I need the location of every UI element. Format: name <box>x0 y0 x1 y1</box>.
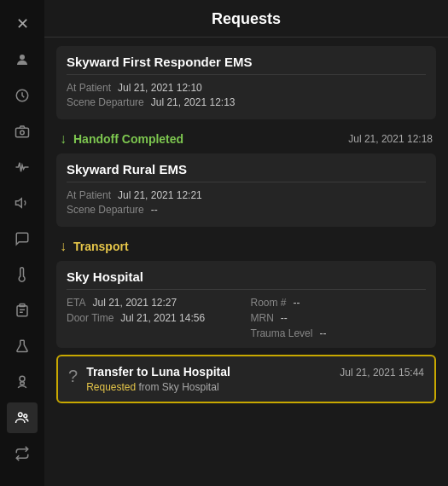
flask-icon[interactable] <box>7 331 38 362</box>
transfer-status-word: Requested <box>86 381 136 393</box>
hospital-trauma: Trauma Level -- <box>251 327 427 339</box>
ems2-at-patient: At Patient Jul 21, 2021 12:21 <box>67 189 202 201</box>
svg-point-12 <box>24 414 27 418</box>
transfer-subtitle: Requested from Sky Hospital <box>86 381 230 393</box>
hospital-title: Sky Hospital <box>67 269 426 290</box>
ems1-scene-departure-label: Scene Departure <box>67 96 144 108</box>
transfer-date: Jul 21, 2021 15:44 <box>340 367 424 379</box>
page-title: Requests <box>44 0 448 38</box>
camera-icon[interactable] <box>7 116 38 147</box>
transport-label-text: Transport <box>73 240 129 253</box>
transport-arrow-icon: ↓ <box>60 239 67 254</box>
ems1-scene-departure-row: Scene Departure Jul 21, 2021 12:13 <box>67 96 426 108</box>
transport-label: ↓ Transport <box>60 239 129 254</box>
sidebar: ✕ <box>0 0 44 486</box>
transfer-info: Transfer to Luna Hospital Requested from… <box>86 365 230 393</box>
clipboard-icon[interactable] <box>7 295 38 326</box>
hospital-mrn: MRN -- <box>251 312 427 324</box>
svg-marker-4 <box>16 199 22 208</box>
ems1-at-patient: At Patient Jul 21, 2021 12:10 <box>67 82 202 94</box>
content-area: Skyward First Responder EMS At Patient J… <box>44 38 448 486</box>
ems2-scene-departure: Scene Departure -- <box>67 204 158 216</box>
hospital-trauma-label: Trauma Level <box>251 327 313 339</box>
hospital-mrn-label: MRN <box>251 312 274 324</box>
hospital-eta-label: ETA <box>67 297 85 309</box>
ems2-scene-departure-row: Scene Departure -- <box>67 204 426 216</box>
handoff-status-row: ↓ Handoff Completed Jul 21, 2021 12:18 <box>56 131 436 147</box>
hospital-mrn-value: -- <box>281 312 288 324</box>
speaker-icon[interactable] <box>7 188 38 218</box>
ems2-title: Skyward Rural EMS <box>67 162 426 182</box>
transport-status-row: ↓ Transport <box>56 239 436 254</box>
hospital-room-value: -- <box>294 297 300 309</box>
handoff-label-text: Handoff Completed <box>73 132 183 146</box>
svg-rect-6 <box>17 306 27 316</box>
ems2-scene-departure-label: Scene Departure <box>67 204 144 216</box>
ems2-card: Skyward Rural EMS At Patient Jul 21, 202… <box>56 153 436 227</box>
vitals-icon[interactable] <box>7 152 38 182</box>
handoff-date: Jul 21, 2021 12:18 <box>348 133 433 145</box>
svg-point-11 <box>19 413 23 417</box>
hospital-eta: ETA Jul 21, 2021 12:27 <box>67 297 242 309</box>
clock-icon[interactable] <box>7 80 38 111</box>
close-icon[interactable]: ✕ <box>7 9 38 39</box>
transfer-title: Transfer to Luna Hospital <box>86 365 230 379</box>
thermometer-icon[interactable] <box>7 259 38 290</box>
hospital-door-time-value: Jul 21, 2021 14:56 <box>120 312 205 324</box>
ems2-scene-departure-value: -- <box>151 204 158 216</box>
person-icon[interactable] <box>7 44 38 75</box>
hospital-room: Room # -- <box>251 297 427 309</box>
svg-point-0 <box>20 55 25 60</box>
chat-icon[interactable] <box>7 223 38 254</box>
ems1-at-patient-value: Jul 21, 2021 12:10 <box>118 82 202 94</box>
transfer-icon[interactable] <box>7 438 38 469</box>
ems2-at-patient-row: At Patient Jul 21, 2021 12:21 <box>67 189 426 201</box>
person-badge-icon[interactable] <box>7 367 38 397</box>
ems1-scene-departure-value: Jul 21, 2021 12:13 <box>151 96 236 108</box>
ems2-at-patient-value: Jul 21, 2021 12:21 <box>118 189 202 201</box>
handoff-arrow-icon: ↓ <box>60 131 67 147</box>
transfer-left: ? Transfer to Luna Hospital Requested fr… <box>68 365 230 393</box>
hospital-info-grid: ETA Jul 21, 2021 12:27 Room # -- Door Ti… <box>67 297 426 339</box>
transfer-source: from Sky Hospital <box>139 381 219 393</box>
group-icon[interactable] <box>7 402 38 433</box>
main-panel: Requests Skyward First Responder EMS At … <box>44 0 448 486</box>
hospital-door-time: Door Time Jul 21, 2021 14:56 <box>67 312 242 324</box>
ems1-scene-departure: Scene Departure Jul 21, 2021 12:13 <box>67 96 235 108</box>
ems2-at-patient-label: At Patient <box>67 189 111 201</box>
svg-point-9 <box>20 376 25 381</box>
svg-rect-2 <box>16 128 29 137</box>
ems1-title: Skyward First Responder EMS <box>67 55 426 75</box>
svg-point-3 <box>20 130 25 135</box>
hospital-eta-value: Jul 21, 2021 12:27 <box>92 297 177 309</box>
hospital-room-label: Room # <box>251 297 287 309</box>
ems1-at-patient-row: At Patient Jul 21, 2021 12:10 <box>67 82 426 94</box>
hospital-door-time-label: Door Time <box>67 312 113 324</box>
ems1-card: Skyward First Responder EMS At Patient J… <box>56 46 436 119</box>
hospital-trauma-value: -- <box>319 327 326 339</box>
transfer-question-icon: ? <box>68 367 78 386</box>
ems1-at-patient-label: At Patient <box>67 82 111 94</box>
hospital-card: Sky Hospital ETA Jul 21, 2021 12:27 Room… <box>56 261 436 348</box>
transfer-card[interactable]: ? Transfer to Luna Hospital Requested fr… <box>56 355 436 403</box>
handoff-label: ↓ Handoff Completed <box>60 131 183 147</box>
svg-rect-10 <box>20 382 25 385</box>
